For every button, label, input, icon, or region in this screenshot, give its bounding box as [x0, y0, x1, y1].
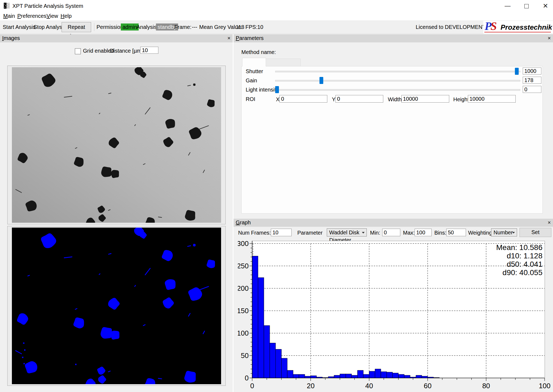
- roi-field-label-y: Y: [332, 96, 335, 103]
- images-panel-close-icon[interactable]: ×: [227, 34, 231, 42]
- svg-text:20: 20: [307, 382, 315, 390]
- chevron-down-icon: [512, 232, 515, 234]
- camera-tab-content: ShutterGainLight intensityROIXYWidthHeig…: [241, 66, 543, 214]
- permission-status-badge: admin: [121, 23, 139, 31]
- parameters-panel-body: Method name: ShutterGainLight intensityR…: [234, 42, 553, 219]
- frame-label: Frame:: [174, 21, 191, 34]
- tab-segmentation[interactable]: [266, 59, 301, 66]
- svg-text:100: 100: [539, 382, 550, 390]
- stat-annotation: d90: 40.055: [502, 268, 542, 277]
- stat-annotation: Mean: 10.586: [496, 243, 542, 252]
- segmented-image-frame: [7, 226, 226, 386]
- logo-ps-icon: PS: [485, 20, 496, 33]
- min-input[interactable]: [382, 229, 400, 236]
- parameter-dropdown[interactable]: Waddel Disk Diameter: [327, 228, 367, 236]
- slider-value-input[interactable]: [523, 86, 541, 93]
- menu-item-view[interactable]: View: [46, 12, 59, 21]
- grid-enabled-checkbox[interactable]: [75, 48, 81, 54]
- images-panel-title: Images: [2, 34, 20, 42]
- weighting-label: Weighting:: [468, 230, 494, 236]
- distance-input[interactable]: [140, 47, 158, 54]
- slider-label: Light intensity: [246, 87, 279, 93]
- repeat-frame-button[interactable]: Repeat frame: [62, 22, 91, 32]
- svg-text:40: 40: [365, 382, 373, 390]
- graph-controls: Num Frames:ParameterWaddel Disk Diameter…: [234, 227, 553, 239]
- images-panel-body: Grid enabled Distance [µm]:: [0, 42, 233, 392]
- max-label: Max:: [403, 230, 415, 236]
- roi-field-input-height[interactable]: [468, 95, 516, 103]
- toolbar-separator: [94, 23, 94, 31]
- maximize-icon: [524, 4, 529, 8]
- graph-panel-body: Num Frames:ParameterWaddel Disk Diameter…: [234, 227, 553, 392]
- slider-row-light-intensity: Light intensity: [242, 86, 542, 94]
- roi-field-input-x[interactable]: [279, 95, 327, 103]
- logo-underline: [484, 32, 551, 32]
- fps-value: 10: [257, 21, 263, 34]
- grid-enabled-label: Grid enabled: [83, 48, 114, 54]
- graph-panel-header: Graph ×: [234, 219, 553, 227]
- graph-panel-close-icon[interactable]: ×: [548, 219, 551, 227]
- close-button[interactable]: ✕: [538, 0, 553, 12]
- company-logo: PS Prozesstechnik GmbH: [483, 21, 553, 34]
- fps-label: FPS:: [245, 21, 257, 34]
- roi-field-label-height: Height: [453, 96, 469, 103]
- menu-item-main[interactable]: Main: [3, 12, 15, 21]
- svg-text:200: 200: [238, 284, 249, 292]
- bins-input[interactable]: [446, 229, 466, 236]
- images-panel-header: Images ×: [0, 34, 233, 43]
- minimize-button[interactable]: —: [500, 0, 515, 12]
- title-bar: XPT Particle Analysis System — ✕: [0, 0, 553, 12]
- svg-text:0: 0: [245, 374, 249, 382]
- stop-analysis-button[interactable]: Stop Analysis: [34, 21, 66, 34]
- max-input[interactable]: [415, 229, 432, 236]
- min-label: Min:: [370, 230, 380, 236]
- slider-value-input[interactable]: [523, 77, 541, 84]
- slider-row-gain: Gain: [242, 76, 542, 85]
- weighting-dropdown-value: Number: [494, 229, 513, 235]
- mean-grey-value: 118: [236, 21, 244, 34]
- slider-label: Gain: [246, 77, 257, 84]
- roi-field-label-x: X: [276, 96, 279, 103]
- menu-bar: MainPreferencesViewHelp: [0, 12, 553, 21]
- set-button[interactable]: Set: [519, 228, 551, 237]
- camera-image: [12, 67, 221, 223]
- parameters-panel-close-icon[interactable]: ×: [548, 34, 551, 42]
- svg-text:60: 60: [424, 382, 432, 390]
- roi-label: ROI: [246, 96, 255, 102]
- slider-track[interactable]: [275, 71, 520, 72]
- slider-track[interactable]: [275, 89, 520, 91]
- parameters-panel-title: Parameters: [236, 34, 264, 42]
- num-frames-input[interactable]: [271, 229, 292, 236]
- histogram-chart: 050100150200250300020406080100Mean: 10.5…: [238, 239, 553, 392]
- stat-annotation: d50: 4.041: [507, 260, 542, 268]
- menu-item-help[interactable]: Help: [60, 12, 72, 21]
- roi-field-input-width[interactable]: [401, 95, 449, 103]
- roi-field-label-width: Width: [388, 96, 402, 103]
- svg-text:80: 80: [482, 382, 490, 390]
- window-title: XPT Particle Analysis System: [12, 0, 83, 12]
- app-icon: [4, 3, 10, 9]
- method-name-label: Method name:: [241, 49, 276, 55]
- graph-panel-title: Graph: [236, 219, 251, 227]
- bins-label: Bins:: [434, 230, 446, 236]
- tab-camera[interactable]: [242, 58, 266, 66]
- menu-item-preferences[interactable]: Preferences: [17, 12, 47, 21]
- segmented-image: [12, 228, 221, 384]
- camera-image-frame: [7, 66, 226, 224]
- parameter-label: Parameter: [297, 230, 322, 236]
- weighting-dropdown[interactable]: Number: [491, 228, 517, 236]
- slider-track[interactable]: [275, 80, 520, 82]
- slider-value-input[interactable]: [523, 67, 541, 75]
- roi-row: ROIXYWidthHeight: [242, 95, 542, 103]
- logo-company-name: Prozesstechnik GmbH: [501, 23, 553, 32]
- svg-text:100: 100: [238, 329, 249, 337]
- toolbar: Start Analysis Stop Analysis Repeat fram…: [0, 21, 553, 34]
- slider-handle[interactable]: [515, 68, 519, 75]
- slider-handle[interactable]: [275, 86, 279, 93]
- slider-handle[interactable]: [319, 77, 323, 84]
- svg-text:50: 50: [241, 352, 249, 360]
- start-analysis-button[interactable]: Start Analysis: [3, 21, 35, 34]
- maximize-button[interactable]: [519, 0, 534, 12]
- svg-text:300: 300: [238, 239, 249, 248]
- roi-field-input-y[interactable]: [335, 95, 383, 103]
